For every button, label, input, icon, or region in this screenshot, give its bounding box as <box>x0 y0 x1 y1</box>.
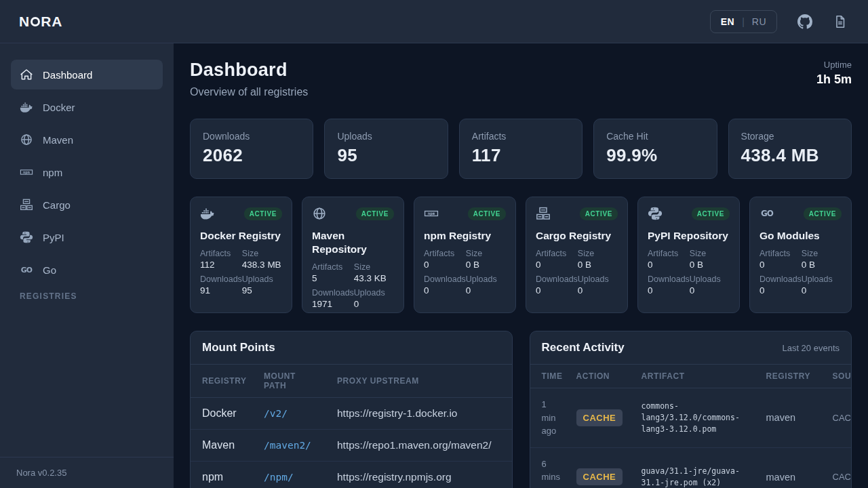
docs-icon[interactable] <box>833 14 848 29</box>
col-header-registry: REGISTRY <box>761 365 827 388</box>
artifacts-label: Artifacts <box>536 249 578 258</box>
artifacts-label: Artifacts <box>648 249 690 258</box>
downloads-value: 0 <box>760 285 802 296</box>
stat-label: Cache Hit <box>606 131 704 142</box>
python-icon <box>20 230 33 244</box>
stat-label: Downloads <box>203 131 300 142</box>
registry-card-title: npm Registry <box>424 229 506 243</box>
artifacts-value: 0 <box>424 260 466 270</box>
col-header-artifact: ARTIFACT <box>636 365 761 388</box>
artifacts-label: Artifacts <box>200 249 242 258</box>
event-source: CACHE <box>827 447 852 488</box>
uploads-label: Uploads <box>466 274 506 284</box>
sidebar-item-pypi[interactable]: PyPI <box>11 222 163 252</box>
registry-card-title: PyPI Repository <box>648 229 730 243</box>
downloads-value: 0 <box>648 285 690 296</box>
size-value: 0 B <box>578 260 618 270</box>
svg-text:GO: GO <box>761 209 774 218</box>
uploads-value: 0 <box>466 285 506 296</box>
sidebar-item-label: npm <box>43 167 62 178</box>
registry-card-docker: ACTIVE Docker Registry Artifacts112 Size… <box>190 197 292 313</box>
size-label: Size <box>578 249 618 258</box>
event-time: 6 mins ago <box>530 447 571 488</box>
artifacts-value: 0 <box>648 260 690 270</box>
page-header: Dashboard Overview of all registries Upt… <box>190 60 852 98</box>
artifacts-label: Artifacts <box>424 249 466 258</box>
sidebar-item-npm[interactable]: npm npm <box>11 157 163 187</box>
sidebar-item-cargo[interactable]: Cargo <box>11 190 163 220</box>
registry-card-cargo: ACTIVE Cargo Registry Artifacts0 Size0 B… <box>526 197 628 313</box>
downloads-label: Downloads <box>200 274 242 284</box>
mount-points-panel: Mount Points REGISTRY MOUNT PATH PROXY U… <box>190 331 513 488</box>
stat-label: Uploads <box>337 131 435 142</box>
downloads-label: Downloads <box>760 274 802 284</box>
status-badge: ACTIVE <box>580 207 618 220</box>
registry-card-maven: ACTIVE Maven Repository Artifacts5 Size4… <box>302 197 404 313</box>
language-switch[interactable]: EN | RU <box>710 10 777 33</box>
artifacts-value: 0 <box>760 260 802 270</box>
table-row: Maven /maven2/ https://repo1.maven.org/m… <box>191 430 512 462</box>
python-icon <box>648 206 663 221</box>
mount-points-table: REGISTRY MOUNT PATH PROXY UPSTREAM Docke… <box>191 365 512 488</box>
uploads-value: 0 <box>802 285 842 296</box>
registry-card-title: Go Modules <box>760 229 842 243</box>
uploads-label: Uploads <box>578 274 618 284</box>
page-title: Dashboard <box>190 60 308 81</box>
svg-text:GO: GO <box>21 266 33 274</box>
uploads-label: Uploads <box>690 274 730 284</box>
size-label: Size <box>354 262 394 272</box>
stat-label: Storage <box>741 131 839 142</box>
sidebar-item-docker[interactable]: Docker <box>11 92 163 122</box>
event-time: 1 min ago <box>530 388 571 448</box>
downloads-value: 1971 <box>312 299 354 309</box>
mount-path: /v2/ <box>258 398 332 430</box>
sidebar-item-dashboard[interactable]: Dashboard <box>11 60 163 89</box>
main-content: Dashboard Overview of all registries Upt… <box>174 43 868 488</box>
size-value: 0 B <box>466 260 506 270</box>
go-icon: GO <box>20 263 33 277</box>
github-icon[interactable] <box>797 14 812 29</box>
sidebar-item-maven[interactable]: Maven <box>11 125 163 155</box>
lang-divider: | <box>742 16 745 27</box>
event-registry: maven <box>761 447 827 488</box>
event-source: CACHE <box>827 388 852 448</box>
recent-activity-table: TIME ACTION ARTIFACT REGISTRY SOURCE 1 m… <box>530 365 852 488</box>
recent-activity-meta: Last 20 events <box>782 343 840 353</box>
stat-card-cache-hit: Cache Hit 99.9% <box>593 119 717 179</box>
topbar-actions: EN | RU <box>710 10 848 33</box>
logo-text-suffix: RA <box>41 14 62 30</box>
status-badge: ACTIVE <box>468 207 506 220</box>
col-header-action: ACTION <box>571 365 636 388</box>
downloads-value: 91 <box>200 285 242 296</box>
sidebar-item-label: Go <box>43 264 56 276</box>
downloads-label: Downloads <box>648 274 690 284</box>
lang-en-button[interactable]: EN <box>721 16 734 27</box>
sidebar-item-label: Dashboard <box>43 69 92 81</box>
sidebar-section-registries: REGISTRIES <box>11 291 163 301</box>
uploads-label: Uploads <box>242 274 282 284</box>
stats-row: Downloads 2062 Uploads 95 Artifacts 117 … <box>190 119 852 179</box>
event-artifact: commons-lang3/3.12.0/commons-lang3-3.12.… <box>636 388 761 448</box>
page-subtitle: Overview of all registries <box>190 86 308 98</box>
svg-text:npm: npm <box>428 211 435 216</box>
size-value: 0 B <box>690 260 730 270</box>
registry-card-title: Maven Repository <box>312 229 394 256</box>
col-header-time: TIME <box>530 365 571 388</box>
npm-icon: npm <box>20 165 33 179</box>
uploads-value: 0 <box>354 299 394 309</box>
mount-path: /npm/ <box>258 462 332 488</box>
docker-whale-icon <box>20 100 33 114</box>
globe-icon <box>312 206 327 221</box>
artifacts-label: Artifacts <box>760 249 802 258</box>
sidebar-item-go[interactable]: GO Go <box>11 255 163 285</box>
topbar: NRA EN | RU <box>0 0 868 43</box>
event-artifact: guava/31.1-jre/guava-31.1-jre.pom (x2) <box>636 447 761 488</box>
lang-ru-button[interactable]: RU <box>752 16 766 27</box>
app-logo: NRA <box>19 14 63 30</box>
go-icon: GO <box>760 206 774 221</box>
registry-card-title: Cargo Registry <box>536 229 618 243</box>
sidebar-item-label: Docker <box>43 102 75 113</box>
action-badge: CACHE <box>576 468 623 485</box>
uploads-label: Uploads <box>802 274 842 284</box>
downloads-value: 0 <box>536 285 578 296</box>
